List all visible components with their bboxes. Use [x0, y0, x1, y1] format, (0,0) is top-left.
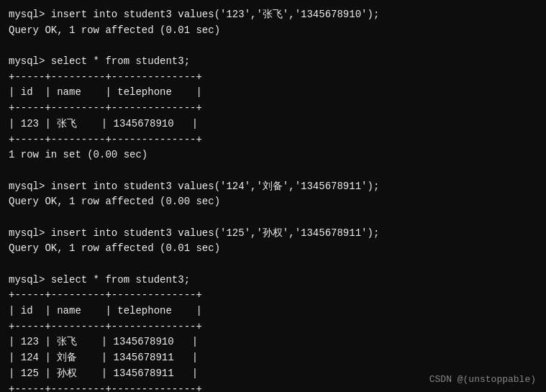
empty-line — [9, 257, 537, 273]
terminal-line: mysql> insert into student3 values('124'… — [9, 179, 537, 195]
terminal-line: +-----+---------+--------------+ — [9, 319, 537, 335]
terminal-line: | 123 | 张飞 | 1345678910 | — [9, 117, 537, 132]
terminal-line: mysql> select * from student3; — [9, 54, 537, 70]
terminal-line: +-----+---------+--------------+ — [9, 70, 537, 86]
empty-line — [9, 38, 537, 54]
watermark: CSDN @(unstoppable) — [429, 374, 536, 385]
terminal-line: | 123 | 张飞 | 1345678910 | — [9, 334, 537, 350]
terminal-line: +-----+---------+--------------+ — [9, 101, 537, 117]
empty-line — [9, 210, 537, 226]
terminal-line: | id | name | telephone | — [9, 85, 537, 101]
empty-line — [9, 163, 537, 179]
terminal-line: Query OK, 1 row affected (0.01 sec) — [9, 23, 537, 39]
terminal-line: mysql> insert into student3 values('125'… — [9, 226, 537, 242]
terminal-line: +-----+---------+--------------+ — [9, 132, 537, 148]
terminal: mysql> insert into student3 values('123'… — [0, 0, 546, 392]
terminal-line: +-----+---------+--------------+ — [9, 288, 537, 304]
terminal-line: mysql> select * from student3; — [9, 273, 537, 288]
terminal-line: Query OK, 1 row affected (0.00 sec) — [9, 194, 537, 210]
terminal-line: | 124 | 刘备 | 1345678911 | — [9, 350, 537, 366]
terminal-line: mysql> insert into student3 values('123'… — [9, 7, 537, 23]
terminal-line: Query OK, 1 row affected (0.01 sec) — [9, 241, 537, 257]
terminal-line: 1 row in set (0.00 sec) — [9, 147, 537, 163]
terminal-line: | id | name | telephone | — [9, 304, 537, 319]
